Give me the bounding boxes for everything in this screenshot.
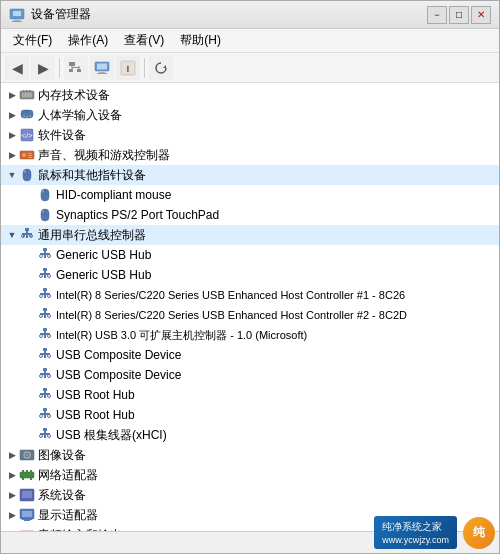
device-icon (19, 447, 35, 463)
svg-rect-24 (26, 110, 28, 113)
maximize-button[interactable]: □ (449, 6, 469, 24)
svg-point-117 (26, 454, 28, 456)
expand-icon (23, 348, 37, 362)
tree-row[interactable]: ▶ 网络适配器 (1, 465, 499, 485)
expand-icon[interactable]: ▶ (5, 508, 19, 522)
svg-point-77 (40, 315, 43, 318)
svg-point-65 (40, 275, 43, 278)
svg-rect-73 (43, 308, 47, 311)
device-icon (19, 487, 35, 503)
svg-rect-6 (77, 69, 81, 72)
usb-root-hub-label-2: USB Root Hub (56, 406, 135, 424)
expand-icon[interactable]: ▶ (5, 468, 19, 482)
svg-point-84 (48, 335, 51, 338)
item-label: 显示适配器 (38, 506, 98, 524)
back-button[interactable]: ◀ (5, 56, 29, 80)
close-button[interactable]: ✕ (471, 6, 491, 24)
tree-row[interactable]: Intel(R) 8 Series/C220 Series USB Enhanc… (1, 285, 499, 305)
svg-rect-130 (22, 519, 32, 520)
tree-row[interactable]: ▶ </> 软件设备 (1, 125, 499, 145)
tree-row[interactable]: ▶ 图像设备 (1, 445, 499, 465)
item-label: 鼠标和其他指针设备 (38, 166, 146, 184)
tree-row[interactable]: ▶ 声音、视频和游戏控制器 (1, 145, 499, 165)
tree-row[interactable]: USB Root Hub (1, 405, 499, 425)
svg-rect-33 (28, 155, 32, 156)
usb-root-hub-label-1: USB Root Hub (56, 386, 135, 404)
tree-row[interactable]: Intel(R) USB 3.0 可扩展主机控制器 - 1.0 (Microso… (1, 325, 499, 345)
svg-point-38 (24, 171, 26, 173)
svg-text:</>: </> (21, 131, 33, 140)
device-icon (37, 347, 53, 363)
tree-row[interactable]: Intel(R) 8 Series/C220 Series USB Enhanc… (1, 305, 499, 325)
svg-point-31 (22, 153, 26, 157)
svg-point-42 (42, 191, 44, 193)
tree-row[interactable]: ▶ 系统设备 (1, 485, 499, 505)
tree-row[interactable]: Generic USB Hub (1, 265, 499, 285)
svg-rect-85 (43, 348, 47, 351)
svg-rect-129 (24, 520, 30, 521)
tree-row[interactable]: HID-compliant mouse (1, 185, 499, 205)
tree-row[interactable]: ▼ 鼠标和其他指针设备 (1, 165, 499, 185)
expand-icon[interactable]: ▼ (5, 228, 19, 242)
tree-view-button[interactable] (64, 56, 88, 80)
expand-icon[interactable]: ▶ (5, 88, 19, 102)
expand-icon (23, 268, 37, 282)
menu-file[interactable]: 文件(F) (5, 30, 60, 51)
forward-button[interactable]: ▶ (31, 56, 55, 80)
device-icon (19, 507, 35, 523)
svg-rect-56 (44, 251, 46, 258)
svg-point-89 (40, 355, 43, 358)
expand-icon (23, 248, 37, 262)
tree-row[interactable]: Generic USB Hub (1, 245, 499, 265)
menu-action[interactable]: 操作(A) (60, 30, 116, 51)
window-icon (9, 7, 25, 23)
minimize-button[interactable]: － (427, 6, 447, 24)
expand-icon[interactable]: ▼ (5, 168, 19, 182)
svg-rect-68 (44, 291, 46, 298)
refresh-button[interactable] (149, 56, 173, 80)
svg-point-90 (48, 355, 51, 358)
expand-icon[interactable]: ▶ (5, 148, 19, 162)
svg-rect-27 (29, 115, 31, 117)
svg-rect-119 (22, 470, 24, 473)
svg-rect-19 (22, 93, 32, 98)
device-tree: ▶ 内存技术设备 ▶ (1, 83, 499, 531)
svg-rect-79 (43, 328, 47, 331)
computer-button[interactable] (90, 56, 114, 80)
expand-icon[interactable]: ▶ (5, 448, 19, 462)
tree-row[interactable]: ▶ 内存技术设备 (1, 85, 499, 105)
svg-rect-12 (99, 72, 105, 73)
expand-icon[interactable]: ▶ (5, 128, 19, 142)
svg-rect-11 (97, 63, 107, 69)
device-icon (37, 387, 53, 403)
svg-rect-41 (41, 194, 49, 195)
expand-icon[interactable]: ▶ (5, 488, 19, 502)
device-icon (37, 407, 53, 423)
tree-row[interactable]: USB 根集线器(xHCI) (1, 425, 499, 445)
tree-row[interactable]: ▶ 人体学输入设备 (1, 105, 499, 125)
menu-help[interactable]: 帮助(H) (172, 30, 229, 51)
svg-point-72 (48, 295, 51, 298)
tree-row[interactable]: ▼ 通用串行总线控制器 (1, 225, 499, 245)
svg-rect-120 (26, 470, 28, 473)
title-bar: 设备管理器 － □ ✕ (1, 1, 499, 29)
menu-view[interactable]: 查看(V) (116, 30, 172, 51)
device-icon (37, 427, 53, 443)
window-title: 设备管理器 (31, 6, 91, 23)
svg-rect-123 (30, 478, 32, 480)
svg-rect-98 (44, 391, 46, 398)
expand-icon[interactable]: ▶ (5, 108, 19, 122)
logo-icon: 纯 (463, 517, 495, 549)
item-label: Generic USB Hub (56, 266, 151, 284)
svg-rect-126 (24, 499, 30, 500)
expand-icon (23, 208, 37, 222)
tree-row[interactable]: Synaptics PS/2 Port TouchPad (1, 205, 499, 225)
info-button[interactable]: i (116, 56, 140, 80)
tree-row[interactable]: USB Composite Device (1, 365, 499, 385)
svg-point-71 (40, 295, 43, 298)
tree-row[interactable]: USB Composite Device (1, 345, 499, 365)
svg-rect-62 (44, 271, 46, 278)
tree-row[interactable]: USB Root Hub (1, 385, 499, 405)
svg-rect-1 (13, 11, 21, 16)
item-label: HID-compliant mouse (56, 186, 171, 204)
